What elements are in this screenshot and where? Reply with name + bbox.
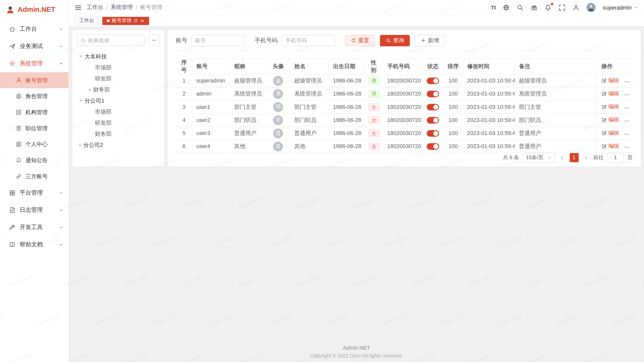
edit-button[interactable]: 编辑 xyxy=(601,116,619,123)
goto-page-input[interactable] xyxy=(607,153,624,162)
reset-button[interactable]: 重置 xyxy=(345,35,375,46)
cell-actions: 编辑 xyxy=(597,74,632,87)
sidebar-item-workbench[interactable]: 工作台 xyxy=(0,21,69,38)
search-icon[interactable] xyxy=(517,4,524,11)
cell-nickname: 部门主管 xyxy=(230,100,266,113)
page-unit-label: 页 xyxy=(627,154,632,161)
more-actions-button[interactable] xyxy=(624,145,630,150)
font-size-icon[interactable]: Tt xyxy=(491,4,496,11)
more-actions-button[interactable] xyxy=(624,118,630,124)
tree-node[interactable]: 分公司2 xyxy=(77,140,160,151)
status-toggle[interactable] xyxy=(427,143,439,150)
account-table-panel: 账号 手机号码 重置 查询 xyxy=(168,30,641,167)
edit-button[interactable]: 编辑 xyxy=(601,129,619,137)
tree-node[interactable]: 研发部 xyxy=(77,117,160,128)
tree-node[interactable]: 财务部 xyxy=(77,128,160,140)
sidebar-item-org-mgmt[interactable]: 机构管理 xyxy=(0,104,69,120)
search-button[interactable]: 查询 xyxy=(380,35,410,46)
more-actions-button[interactable] xyxy=(624,131,630,137)
gift-icon[interactable] xyxy=(531,4,538,11)
sidebar-item-account-mgmt[interactable]: 账号管理 xyxy=(0,72,69,88)
edit-pencil-icon xyxy=(601,117,607,122)
edit-button[interactable]: 编辑 xyxy=(601,77,619,84)
breadcrumb-item[interactable]: 系统管理 xyxy=(111,4,133,11)
grid-icon xyxy=(9,190,16,196)
notification-bell-icon[interactable] xyxy=(545,4,552,11)
chevron-down-icon xyxy=(59,27,64,32)
cell-status xyxy=(423,74,443,87)
more-actions-button[interactable] xyxy=(624,79,630,84)
sidebar-item-role-mgmt[interactable]: 角色管理 xyxy=(0,88,69,104)
cell-no: 1 xyxy=(176,74,192,87)
avatar[interactable] xyxy=(587,3,596,12)
caret-right-icon[interactable] xyxy=(89,88,91,91)
cell-birthday: 1986-06-28 xyxy=(329,113,364,126)
tab-workbench[interactable]: 工作台 xyxy=(75,17,99,25)
status-toggle[interactable] xyxy=(427,117,439,123)
sidebar-item-business-test[interactable]: 业务测试 xyxy=(0,38,69,55)
more-actions-button[interactable] xyxy=(624,92,630,98)
user-panel-icon[interactable] xyxy=(573,4,580,11)
phone-input[interactable] xyxy=(282,35,335,46)
column-header: 出生日期 xyxy=(329,59,364,74)
cell-account: user1 xyxy=(192,100,230,113)
sidebar-item-notice[interactable]: 通知公告 xyxy=(0,152,69,168)
home-icon xyxy=(9,26,16,32)
status-toggle[interactable] xyxy=(427,90,439,97)
page-size-select[interactable]: 10条/页 xyxy=(523,153,555,162)
row-avatar: 部 xyxy=(273,102,283,112)
caret-down-icon[interactable] xyxy=(79,55,83,57)
account-input[interactable] xyxy=(191,35,245,46)
more-actions-button[interactable] xyxy=(624,105,630,111)
sidebar-item-platform-mgmt[interactable]: 平台管理 xyxy=(0,184,69,202)
page-number-button[interactable]: 1 xyxy=(570,153,579,162)
tree-node[interactable]: 财务部 xyxy=(77,84,160,95)
cell-avatar: 部 xyxy=(266,113,290,126)
caret-right-icon[interactable] xyxy=(79,144,81,147)
row-avatar: 系 xyxy=(273,89,283,99)
tree-node[interactable]: 研发部 xyxy=(77,73,160,84)
add-button[interactable]: 新增 xyxy=(415,35,445,46)
sidebar-item-personal-center[interactable]: 个人中心 xyxy=(0,136,69,152)
sidebar-item-system-mgmt[interactable]: 系统管理 xyxy=(0,55,69,72)
edit-button[interactable]: 编辑 xyxy=(601,90,619,97)
breadcrumb-item: 账号管理 xyxy=(140,4,162,11)
document-icon xyxy=(9,207,16,213)
fullscreen-icon[interactable] xyxy=(559,4,566,11)
status-toggle[interactable] xyxy=(427,130,439,137)
org-search-input[interactable] xyxy=(88,37,141,43)
tree-more-button[interactable] xyxy=(148,34,160,46)
edit-button[interactable]: 编辑 xyxy=(601,143,619,150)
status-toggle[interactable] xyxy=(427,77,439,84)
logo-row: Admin.NET xyxy=(0,0,69,20)
status-toggle[interactable] xyxy=(427,104,439,110)
tree-node[interactable]: 分公司1 xyxy=(77,95,160,106)
breadcrumb-item[interactable]: 工作台 xyxy=(87,4,103,11)
sidebar-menu: 工作台 业务测试 系统管理 账号管理 xyxy=(0,20,69,253)
globe-icon[interactable] xyxy=(503,4,510,11)
cell-sort: 100 xyxy=(443,74,463,87)
refresh-icon[interactable] xyxy=(134,18,138,23)
tree-node[interactable]: 大名科技 xyxy=(77,51,160,62)
cell-avatar: 其 xyxy=(266,140,290,153)
next-page-button[interactable] xyxy=(582,154,589,161)
prev-page-button[interactable] xyxy=(558,154,566,161)
sidebar-item-label: 职位管理 xyxy=(25,125,48,132)
cell-no: 4 xyxy=(176,113,192,126)
hamburger-menu-icon[interactable] xyxy=(75,4,82,11)
sidebar-item-log-mgmt[interactable]: 日志管理 xyxy=(0,202,69,219)
sidebar-item-dev-tools[interactable]: 开发工具 xyxy=(0,219,69,236)
tree-node[interactable]: 市场部 xyxy=(77,62,160,73)
sidebar-item-label: 开发工具 xyxy=(20,224,55,231)
tab-account-mgmt[interactable]: 账号管理 xyxy=(102,17,149,25)
edit-button[interactable]: 编辑 xyxy=(601,103,619,110)
tree-node[interactable]: 市场部 xyxy=(77,106,160,117)
close-icon[interactable] xyxy=(140,18,145,23)
plus-icon xyxy=(421,38,426,43)
user-menu[interactable]: superadmin xyxy=(603,4,638,10)
sidebar-item-help-docs[interactable]: 帮助文档 xyxy=(0,236,69,253)
caret-down-icon[interactable] xyxy=(79,100,83,102)
sidebar-item-third-party-account[interactable]: 三方账号 xyxy=(0,168,69,184)
sidebar-item-position-mgmt[interactable]: 职位管理 xyxy=(0,120,69,136)
cell-actions: 编辑 xyxy=(597,100,632,113)
